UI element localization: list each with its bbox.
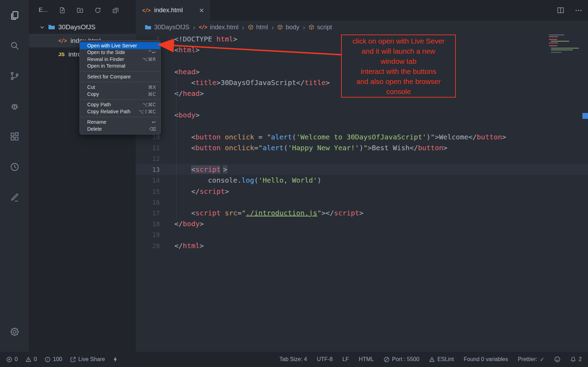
cube-icon bbox=[277, 24, 283, 30]
status-100[interactable]: 100 bbox=[45, 356, 62, 362]
collapse-all-icon[interactable] bbox=[112, 7, 119, 14]
status-text: Tab Size: 4 bbox=[279, 356, 307, 362]
split-editor-icon[interactable] bbox=[557, 7, 564, 14]
settings-gear-icon[interactable] bbox=[0, 316, 29, 347]
annotation-line: click on open with Live Sever bbox=[342, 36, 455, 46]
extensions-icon[interactable] bbox=[0, 121, 29, 152]
code-text bbox=[160, 229, 174, 240]
menu-item-open-in-terminal[interactable]: Open in Terminal bbox=[80, 63, 160, 70]
code-text: <html> bbox=[160, 45, 199, 55]
code-line-20[interactable]: 20</html> bbox=[136, 240, 588, 251]
folder-row-30daysofjs[interactable]: 30DaysOfJS bbox=[29, 20, 136, 34]
breadcrumb-script[interactable]: script bbox=[309, 24, 332, 31]
menu-item-label: Open in Terminal bbox=[87, 63, 125, 69]
annotation-line: and it will launch a new bbox=[342, 46, 455, 56]
status-text: Found 0 variables bbox=[463, 356, 508, 362]
code-line-9[interactable]: 9 bbox=[136, 121, 588, 132]
status-prettier[interactable]: Prettier:✓ bbox=[518, 356, 544, 363]
status-text: 0 bbox=[34, 356, 37, 362]
status-live-share[interactable]: Live Share bbox=[70, 356, 105, 362]
menu-item-copy-relative-path[interactable]: Copy Relative Path⌥⇧⌘C bbox=[80, 108, 160, 115]
folder-name: 30DaysOfJS bbox=[58, 23, 96, 31]
status-0[interactable]: 0 bbox=[6, 356, 18, 362]
menu-item-shortcut: ⌫ bbox=[149, 126, 156, 132]
status-port-5500[interactable]: Port : 5500 bbox=[384, 356, 419, 362]
chevron-down-icon bbox=[39, 24, 45, 30]
status-eslint[interactable]: ESLint bbox=[429, 356, 454, 362]
error-icon bbox=[6, 357, 12, 362]
code-line-18[interactable]: 18</body> bbox=[136, 219, 588, 229]
pen-icon[interactable] bbox=[0, 182, 29, 212]
status-bolt[interactable] bbox=[113, 356, 118, 362]
annotation-line: console bbox=[342, 86, 455, 97]
warning-icon bbox=[429, 357, 435, 362]
overview-ruler-marker[interactable] bbox=[582, 113, 588, 119]
tab-index-html[interactable]: </> index.html × bbox=[136, 0, 210, 21]
menu-separator bbox=[80, 82, 160, 82]
explorer-icon[interactable] bbox=[0, 0, 29, 30]
breadcrumb-label: html bbox=[256, 24, 268, 31]
code-line-11[interactable]: 11 <button onclick="alert('Happy New Yea… bbox=[136, 143, 588, 153]
status-utf-8[interactable]: UTF-8 bbox=[317, 356, 333, 362]
code-text: <script src="./introduction.js"></script… bbox=[160, 208, 363, 219]
status-text: Prettier: bbox=[518, 356, 537, 362]
breadcrumb-html[interactable]: html bbox=[248, 24, 268, 31]
code-text: <!DOCTYPE html> bbox=[160, 34, 238, 45]
line-number: 17 bbox=[136, 208, 160, 219]
code-text bbox=[160, 55, 174, 66]
code-line-12[interactable]: 12 bbox=[136, 153, 588, 164]
status-html[interactable]: HTML bbox=[359, 356, 374, 362]
menu-item-label: Reveal in Finder bbox=[87, 56, 124, 62]
code-line-19[interactable]: 19 bbox=[136, 229, 588, 240]
status-smiley[interactable] bbox=[554, 356, 560, 362]
refresh-icon[interactable] bbox=[95, 7, 101, 14]
status-0[interactable]: 0 bbox=[25, 356, 37, 362]
code-line-14[interactable]: 14 console.log('Hello, World') bbox=[136, 175, 588, 186]
menu-separator bbox=[80, 99, 160, 100]
source-control-icon[interactable] bbox=[0, 61, 29, 91]
status-found-0-variables[interactable]: Found 0 variables bbox=[463, 356, 508, 362]
code-line-16[interactable]: 16 bbox=[136, 197, 588, 208]
menu-item-copy-path[interactable]: Copy Path⌥⌘C bbox=[80, 101, 160, 108]
minimap[interactable] bbox=[548, 34, 585, 55]
search-icon[interactable] bbox=[0, 30, 29, 61]
menu-item-copy[interactable]: Copy⌘C bbox=[80, 91, 160, 98]
code-line-10[interactable]: 10 <button onclick = "alert('Welcome to … bbox=[136, 132, 588, 143]
code-text bbox=[160, 121, 174, 132]
menu-item-label: Rename bbox=[87, 119, 106, 125]
status-2[interactable]: 2 bbox=[570, 356, 582, 362]
close-tab-icon[interactable]: × bbox=[199, 6, 204, 15]
status-tab-size-4[interactable]: Tab Size: 4 bbox=[279, 356, 307, 362]
menu-item-delete[interactable]: Delete⌫ bbox=[80, 125, 160, 132]
code-line-8[interactable]: 8<body> bbox=[136, 110, 588, 121]
new-file-icon[interactable] bbox=[59, 7, 66, 14]
more-actions-icon[interactable] bbox=[575, 7, 582, 14]
line-number: 16 bbox=[136, 197, 160, 208]
line-number: 18 bbox=[136, 219, 160, 229]
code-text: </html> bbox=[160, 240, 204, 251]
line-number: 15 bbox=[136, 186, 160, 197]
menu-item-open-with-live-server[interactable]: Open with Live Server bbox=[80, 42, 160, 49]
menu-item-open-to-the-side[interactable]: Open to the Side^↩ bbox=[80, 49, 160, 56]
html-icon: </> bbox=[199, 24, 207, 30]
run-debug-icon[interactable] bbox=[0, 91, 29, 121]
code-line-7[interactable]: 7 bbox=[136, 99, 588, 110]
breadcrumb-index-html[interactable]: </>index.html bbox=[199, 24, 239, 31]
breadcrumb-30daysofjs[interactable]: 30DaysOfJS bbox=[145, 24, 189, 31]
menu-item-select-for-compare[interactable]: Select for Compare bbox=[80, 73, 160, 80]
new-folder-icon[interactable] bbox=[77, 7, 83, 14]
code-line-17[interactable]: 17 <script src="./introduction.js"></scr… bbox=[136, 208, 588, 219]
share-icon bbox=[70, 357, 76, 362]
menu-item-rename[interactable]: Rename↩ bbox=[80, 119, 160, 126]
breadcrumb-body[interactable]: body bbox=[277, 24, 299, 31]
menu-item-reveal-in-finder[interactable]: Reveal in Finder⌥⌘R bbox=[80, 56, 160, 63]
clock-icon[interactable] bbox=[0, 152, 29, 182]
code-text: <head> bbox=[160, 67, 199, 77]
menu-item-shortcut: ⌥⌘R bbox=[143, 56, 156, 62]
status-lf[interactable]: LF bbox=[342, 356, 349, 362]
menu-item-shortcut: ⌘C bbox=[148, 91, 156, 97]
code-line-15[interactable]: 15 </script> bbox=[136, 186, 588, 197]
code-line-13[interactable]: 13 <script> bbox=[136, 164, 588, 175]
menu-item-cut[interactable]: Cut⌘X bbox=[80, 84, 160, 91]
menu-item-label: Delete bbox=[87, 126, 102, 132]
